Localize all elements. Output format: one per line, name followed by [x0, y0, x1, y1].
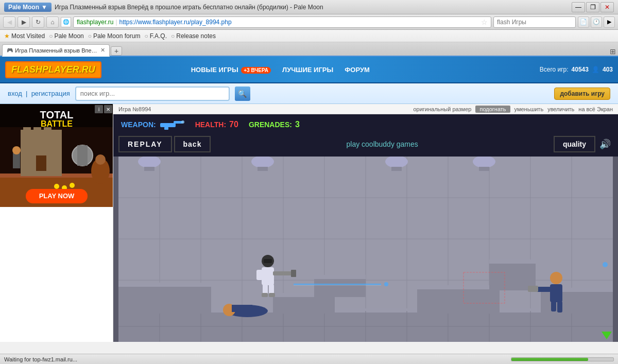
bookmark-most-visited[interactable]: ★ Most Visited	[4, 32, 45, 40]
address-bar[interactable]: flashplayer.ru | https://www.flashplayer…	[73, 16, 491, 28]
enlarge-label[interactable]: увеличить	[547, 106, 574, 112]
search-input[interactable]	[493, 16, 576, 28]
bookmark-icon-0: ★	[4, 32, 10, 40]
game-area: Игра №8994 оригинальный размер подогнать…	[113, 104, 618, 342]
logo-text: FLASH	[11, 64, 42, 75]
svg-point-16	[70, 183, 75, 188]
tab-active[interactable]: 🎮 Игра Плазменный взрыв Вперёд в ... ✕	[2, 44, 110, 57]
svg-text:PLAY NOW: PLAY NOW	[39, 192, 75, 200]
svg-text:TOTAL: TOTAL	[40, 109, 74, 120]
game-hud: WEAPON: HEALTH: 70 GRENADES: 3	[113, 114, 618, 135]
weapon-label: WEAPON:	[121, 120, 156, 129]
svg-rect-66	[273, 296, 335, 314]
svg-rect-4	[23, 127, 31, 137]
search-bar	[493, 16, 576, 28]
ad-info-button[interactable]: i	[95, 105, 103, 113]
register-link[interactable]: регистрация	[31, 90, 70, 97]
fit-button[interactable]: подогнать	[475, 106, 510, 113]
bookmark-label-2: Pale Moon forum	[93, 32, 140, 40]
bookmarks-bar: ★ Most Visited ○ Pale Moon ○ Pale Moon f…	[0, 30, 618, 42]
site-nav: НОВЫЕ ИГРЫ +3 вчера ЛУЧШИЕ ИГРЫ ФОРУМ	[187, 64, 374, 76]
site-stats: Всего игр: 40543 👤 403	[540, 66, 613, 73]
svg-rect-96	[551, 301, 556, 311]
svg-rect-47	[391, 167, 402, 171]
bookmark-release-notes[interactable]: ○ Release notes	[171, 32, 216, 40]
game-search-input[interactable]	[75, 86, 230, 101]
bookmark-label-0: Most Visited	[11, 32, 45, 40]
site-header: FLASHPLAYER.RU НОВЫЕ ИГРЫ +3 вчера ЛУЧШИ…	[0, 57, 618, 83]
login-link[interactable]: вход	[8, 90, 22, 97]
svg-rect-95	[528, 286, 538, 292]
bookmark-label-3: F.A.Q.	[150, 32, 167, 40]
hud-grenades: GRENADES: 3	[249, 120, 300, 129]
back-button-game[interactable]: back	[174, 136, 211, 152]
bookmark-pale-moon-forum[interactable]: ○ Pale Moon forum	[88, 32, 141, 40]
nav-best-games[interactable]: ЛУЧШИЕ ИГРЫ	[278, 64, 337, 76]
nav-forum[interactable]: ФОРУМ	[340, 64, 374, 76]
reload-button[interactable]: ↻	[32, 16, 44, 28]
coolbuddy-button[interactable]: play coolbuddy games	[213, 137, 551, 151]
svg-point-11	[12, 146, 21, 154]
svg-rect-71	[417, 285, 500, 289]
original-size-label: оригинальный размер	[413, 106, 471, 112]
tab-favicon-0: 🎮	[7, 47, 13, 53]
svg-point-25	[181, 120, 184, 124]
svg-rect-10	[13, 153, 20, 168]
fullscreen-label[interactable]: на всё Экран	[578, 106, 613, 112]
stats-count: 40543	[572, 66, 589, 73]
mute-button[interactable]: 🔊	[597, 136, 613, 152]
tab-close-0[interactable]: ✕	[100, 47, 105, 54]
game-search-button[interactable]: 🔍	[235, 86, 250, 101]
window-controls: — ❐ ✕	[572, 2, 614, 12]
brand-label: Pale Moon	[8, 4, 39, 11]
users-count: 403	[603, 66, 613, 73]
svg-rect-84	[291, 270, 296, 277]
bookmark-pale-moon[interactable]: ○ Pale Moon	[49, 32, 84, 40]
bookmark-faq[interactable]: ○ F.A.Q.	[144, 32, 167, 40]
nav-icon-chevron-right[interactable]: ▶	[604, 16, 615, 28]
home-button[interactable]: ⌂	[46, 16, 59, 28]
nav-icon-history[interactable]: 🕐	[591, 16, 602, 28]
svg-rect-49	[479, 167, 489, 171]
ad-banner[interactable]: i ✕	[0, 104, 113, 207]
replay-button[interactable]: REPLAY	[118, 136, 172, 152]
svg-point-99	[603, 262, 608, 267]
ad-close-button[interactable]: ✕	[104, 105, 112, 113]
main-content: i ✕	[0, 104, 618, 342]
svg-rect-43	[144, 167, 154, 171]
title-bar: Pale Moon ▼ Игра Плазменный взрыв Вперёд…	[0, 0, 618, 14]
nav-new-games[interactable]: НОВЫЕ ИГРЫ +3 вчера	[187, 64, 275, 76]
forward-button[interactable]: ▶	[18, 16, 30, 28]
small-label[interactable]: уменьшить	[514, 106, 544, 112]
svg-rect-92	[550, 284, 562, 302]
site-favicon: 🌐	[61, 17, 71, 27]
svg-rect-79	[262, 267, 274, 285]
ad-image: TOTAL BATTLE PLAY NOW	[0, 104, 113, 207]
svg-rect-68	[314, 278, 366, 297]
svg-point-14	[54, 184, 59, 189]
close-button[interactable]: ✕	[600, 2, 614, 12]
logo-suffix: PLAYER.RU	[42, 64, 95, 75]
add-game-button[interactable]: добавить игру	[554, 88, 610, 100]
bookmark-star[interactable]: ☆	[481, 18, 488, 26]
bookmark-icon-2: ○	[88, 32, 92, 40]
auth-links: вход | регистрация	[8, 90, 70, 97]
minimize-button[interactable]: —	[572, 2, 585, 12]
quality-button[interactable]: quality	[554, 136, 595, 152]
bookmark-icon-4: ○	[171, 32, 175, 40]
maximize-button[interactable]: ❐	[586, 2, 599, 12]
site-logo[interactable]: FLASHPLAYER.RU	[5, 61, 101, 78]
window-title: Игра Плазменный взрыв Вперёд в прошлое и…	[55, 4, 323, 11]
svg-rect-78	[232, 305, 252, 312]
game-info-bar: Игра №8994 оригинальный размер подогнать…	[113, 104, 618, 114]
browser-brand[interactable]: Pale Moon ▼	[4, 3, 52, 12]
status-text: Waiting for top-fwz1.mail.ru...	[0, 356, 511, 362]
back-button[interactable]: ◀	[3, 16, 15, 28]
game-canvas[interactable]	[113, 157, 618, 342]
new-tab-button[interactable]: +	[111, 46, 122, 56]
svg-point-91	[384, 282, 388, 286]
svg-rect-22	[160, 123, 176, 127]
navigation-bar: ◀ ▶ ↻ ⌂ 🌐 flashplayer.ru | https://www.f…	[0, 14, 618, 30]
tab-grid-icon[interactable]: ⊞	[610, 47, 616, 56]
nav-icon-pages[interactable]: 📄	[578, 16, 589, 28]
